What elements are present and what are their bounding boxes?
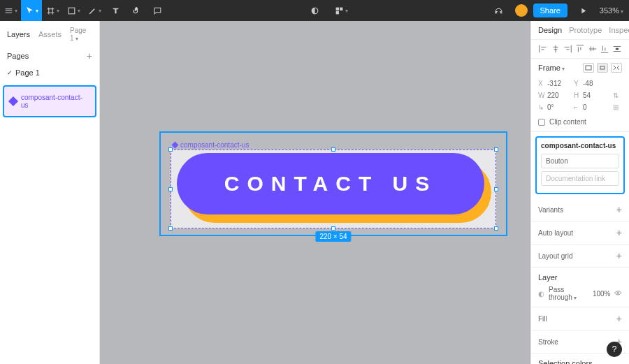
top-toolbar: ▾ ▾ ▾ ▾ ▾ ▾ Share 353%▾ (0, 0, 629, 21)
svg-rect-5 (586, 66, 591, 70)
present-button[interactable] (573, 0, 594, 21)
align-left-button[interactable] (538, 44, 548, 54)
auto-layout-section[interactable]: Auto layout+ (531, 221, 629, 245)
align-top-button[interactable] (575, 44, 585, 54)
documentation-link-input[interactable]: Documentation link (541, 171, 619, 186)
layer-section-heading: Layer (538, 273, 622, 282)
clip-content-checkbox[interactable]: Clip content (538, 115, 622, 126)
layer-item-component[interactable]: composant-contact-us (7, 92, 92, 110)
svg-rect-4 (335, 11, 338, 14)
design-panel: Design Prototype Inspect Frame▾ X-312 Y-… (530, 21, 629, 364)
resize-handle[interactable] (331, 147, 335, 152)
layout-grid-section[interactable]: Layout grid+ (531, 245, 629, 268)
add-page-button[interactable]: + (87, 50, 92, 61)
layers-panel: Layers Assets Page 1▾ Pages + ✓Page 1 co… (0, 21, 100, 364)
share-button[interactable]: Share (533, 3, 567, 17)
component-frame[interactable]: CONTACT US 220 × 54 (171, 150, 496, 228)
svg-point-7 (617, 292, 619, 294)
resize-handle[interactable] (168, 226, 173, 231)
component-description-input[interactable]: Bouton (541, 154, 619, 168)
component-icon (8, 96, 18, 106)
component-properties-section: composant-contact-us Bouton Documentatio… (535, 136, 625, 194)
variants-section[interactable]: Variants+ (531, 198, 629, 221)
distribute-button[interactable] (612, 44, 622, 54)
align-right-button[interactable] (563, 44, 572, 54)
fill-section[interactable]: Fill+ (531, 307, 629, 330)
prototype-tab[interactable]: Prototype (569, 26, 602, 34)
constrain-proportions-button[interactable]: ⇅ (609, 92, 622, 99)
resize-handle[interactable] (494, 147, 498, 152)
resize-handle[interactable] (494, 187, 498, 191)
opacity-input[interactable]: 100% (593, 290, 611, 298)
component-name-label: composant-contact-us (541, 142, 619, 150)
contact-us-button: CONTACT US (177, 153, 484, 214)
x-input[interactable]: X-312 (538, 80, 571, 87)
headphones-icon[interactable] (489, 0, 509, 21)
text-tool-button[interactable] (105, 0, 126, 21)
hand-tool-button[interactable] (126, 0, 147, 21)
y-input[interactable]: Y-48 (574, 80, 607, 87)
frame-tool-button[interactable]: ▾ (42, 0, 63, 21)
move-tool-button[interactable]: ▾ (21, 0, 42, 21)
resize-mode-button[interactable] (583, 63, 594, 73)
inspect-tab[interactable]: Inspect (609, 26, 629, 34)
independent-corners-button[interactable]: ⊞ (609, 103, 622, 111)
align-bottom-button[interactable] (600, 44, 609, 54)
resize-handle[interactable] (331, 226, 335, 231)
visibility-toggle[interactable] (614, 289, 622, 298)
resize-handle[interactable] (168, 187, 173, 191)
blend-mode-select[interactable]: Pass through▾ (549, 286, 588, 301)
rotation-input[interactable]: ↳0° (538, 103, 571, 111)
help-button[interactable]: ? (607, 342, 622, 357)
height-input[interactable]: H54 (574, 92, 607, 99)
dimensions-badge: 220 × 54 (315, 231, 351, 242)
svg-rect-3 (340, 7, 342, 10)
width-input[interactable]: W220 (538, 92, 571, 99)
resize-mode-button[interactable] (597, 63, 608, 73)
pen-tool-button[interactable]: ▾ (84, 0, 105, 21)
resize-to-fit-button[interactable] (611, 63, 622, 73)
radius-input[interactable]: ⌐0 (574, 103, 607, 111)
pages-heading: Pages (7, 52, 29, 60)
align-vcenter-button[interactable] (588, 44, 598, 54)
svg-rect-2 (335, 7, 338, 10)
resize-handle[interactable] (168, 147, 173, 152)
align-hcenter-button[interactable] (551, 44, 561, 54)
zoom-display[interactable]: 353%▾ (600, 6, 623, 15)
dark-mode-icon[interactable] (304, 0, 325, 21)
comment-tool-button[interactable] (147, 0, 168, 21)
svg-rect-6 (600, 66, 605, 69)
main-menu-button[interactable]: ▾ (0, 0, 21, 21)
selected-layer-highlight: composant-contact-us (3, 85, 96, 117)
assets-tab[interactable]: Assets (38, 30, 62, 38)
page-item[interactable]: ✓Page 1 (0, 66, 99, 80)
svg-rect-0 (68, 8, 75, 14)
canvas-area[interactable]: composant-contact-us CONTACT US 220 × 54 (100, 21, 530, 364)
layers-tab[interactable]: Layers (7, 30, 30, 38)
frame-section-label: Frame▾ (538, 64, 565, 72)
shape-tool-button[interactable]: ▾ (63, 0, 84, 21)
blend-mode-icon: ◐ (538, 290, 544, 298)
design-tab[interactable]: Design (538, 26, 562, 34)
selection-colors-heading: Selection colors (538, 359, 622, 364)
resize-handle[interactable] (494, 226, 498, 231)
component-menu-button[interactable]: ▾ (331, 0, 352, 21)
page-selector[interactable]: Page 1▾ (70, 27, 92, 42)
user-avatar[interactable] (515, 4, 528, 17)
